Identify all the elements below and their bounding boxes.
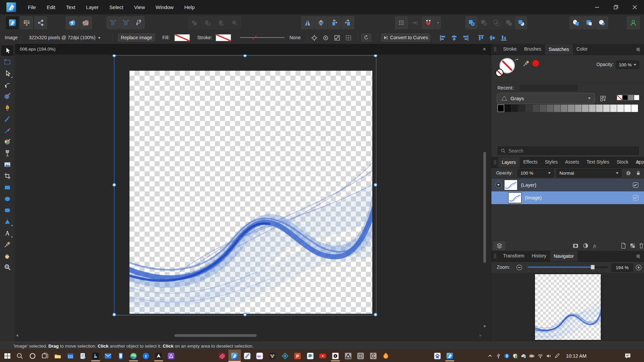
stroke-style-widget[interactable] xyxy=(240,37,284,38)
crosshair-icon[interactable] xyxy=(310,34,318,42)
expand-layer-icon[interactable] xyxy=(495,182,502,188)
gray-swatch-13[interactable] xyxy=(589,105,596,112)
onedrive-icon[interactable] xyxy=(521,353,527,359)
gray-swatch-17[interactable] xyxy=(617,105,624,112)
trash-icon[interactable] xyxy=(638,242,644,249)
cloud-disabled-button[interactable] xyxy=(79,16,92,29)
align-center-icon[interactable] xyxy=(450,34,458,42)
rounded-rectangle-tool[interactable] xyxy=(1,205,13,216)
quick-swatch-ffffff[interactable] xyxy=(634,95,639,100)
grid-snap-a-button[interactable] xyxy=(107,16,119,29)
taskbar-paypal[interactable]: PP xyxy=(306,352,314,360)
panel-menu-icon[interactable] xyxy=(635,253,641,259)
menu-file[interactable]: File xyxy=(22,0,41,14)
gray-swatch-9[interactable] xyxy=(561,105,568,112)
taskbar-calendar[interactable] xyxy=(66,352,74,360)
gray-swatch-8[interactable] xyxy=(554,105,560,112)
taskbar-recorder-app[interactable] xyxy=(331,352,339,360)
fill-gradient-tool[interactable] xyxy=(1,136,13,147)
boolean-divide-button[interactable] xyxy=(515,16,527,29)
gray-swatch-1[interactable] xyxy=(504,105,511,112)
menu-text[interactable]: Text xyxy=(61,0,81,14)
selection-handle-top-right[interactable] xyxy=(374,55,377,57)
taskbar-arc-browser[interactable] xyxy=(154,352,163,360)
taskbar-notes-app[interactable] xyxy=(79,352,87,360)
color-picker-tool[interactable] xyxy=(1,239,13,250)
taskbar-mii-app[interactable]: MII xyxy=(256,352,264,360)
selection-handle-bottom-center[interactable] xyxy=(243,313,247,316)
taskbar-clock-app[interactable] xyxy=(369,352,377,360)
taskbar-clock[interactable]: 10:12 AM xyxy=(566,350,587,362)
picked-color-swatch[interactable] xyxy=(532,60,539,67)
vector-brush-tool[interactable] xyxy=(1,125,13,136)
stroke-color-well[interactable] xyxy=(495,69,503,77)
quick-swatch-none[interactable] xyxy=(617,95,622,100)
menu-help[interactable]: Help xyxy=(179,0,200,14)
transparency-tool[interactable] xyxy=(1,148,13,159)
align-bottom-icon[interactable] xyxy=(500,34,508,42)
pencil-tool[interactable] xyxy=(1,114,13,124)
tab-assets[interactable]: Assets xyxy=(561,157,583,168)
align-middle-icon[interactable] xyxy=(488,34,496,42)
export-persona-button[interactable] xyxy=(34,16,47,29)
taskbar-task-view[interactable] xyxy=(41,352,49,360)
panel-menu-icon[interactable] xyxy=(635,47,641,52)
add-palette-icon[interactable] xyxy=(599,95,607,102)
taskbar-edge[interactable] xyxy=(129,352,138,360)
layer-row-parent[interactable]: (Layer) xyxy=(491,179,644,191)
tab-close-icon[interactable]: × xyxy=(481,44,488,54)
layer-visibility-checkbox[interactable] xyxy=(633,195,638,200)
fill-swatch[interactable] xyxy=(174,34,190,41)
boolean-add-button[interactable] xyxy=(466,16,477,29)
document-tab[interactable]: 006.eps (194.0%) xyxy=(20,44,56,54)
magnet-button[interactable] xyxy=(422,16,435,29)
new-layer-icon[interactable] xyxy=(620,242,627,249)
tab-styles[interactable]: Styles xyxy=(541,157,561,168)
taskbar-youtube[interactable] xyxy=(319,352,327,360)
close-icon[interactable] xyxy=(625,0,644,14)
pen-settings-icon[interactable] xyxy=(554,353,560,359)
boolean-xor-button[interactable] xyxy=(503,16,515,29)
menu-view[interactable]: View xyxy=(129,0,150,14)
palette-dropdown[interactable]: Grays xyxy=(497,93,595,104)
quick-swatch-808080[interactable] xyxy=(628,95,634,100)
taskbar-kindle[interactable] xyxy=(91,352,100,360)
tab-swatches[interactable]: Swatches xyxy=(545,44,573,55)
rectangle-tool[interactable] xyxy=(1,182,13,193)
align-top-icon[interactable] xyxy=(477,34,485,42)
gray-swatch-7[interactable] xyxy=(547,105,553,112)
swap-fill-stroke-icon[interactable] xyxy=(514,57,520,63)
cloud-upload-button[interactable] xyxy=(66,16,78,29)
insert-behind-button[interactable] xyxy=(570,16,582,29)
zoom-value[interactable]: 194 % xyxy=(611,263,633,272)
designer-persona-button[interactable] xyxy=(6,16,19,29)
pixel-grid-snap-button[interactable] xyxy=(395,16,408,29)
panel-menu-icon[interactable] xyxy=(635,160,641,165)
action-center-icon[interactable] xyxy=(624,352,632,360)
gray-swatch-3[interactable] xyxy=(519,105,525,112)
gray-swatch-5[interactable] xyxy=(533,105,539,112)
selection-handle-middle-left[interactable] xyxy=(112,183,116,187)
tab-history[interactable]: History xyxy=(528,251,550,261)
artboard-tool[interactable] xyxy=(1,57,13,67)
layer-thumbnail[interactable] xyxy=(504,180,518,190)
canvas[interactable] xyxy=(15,55,487,342)
defender-icon[interactable] xyxy=(512,353,518,359)
selection-handle-bottom-left[interactable] xyxy=(112,313,116,316)
move-tool[interactable] xyxy=(1,45,13,56)
layer-row-image-selected[interactable]: (Image) xyxy=(491,191,644,204)
align-left-icon[interactable] xyxy=(439,34,447,42)
gray-swatch-0[interactable] xyxy=(497,105,504,112)
volume-icon[interactable] xyxy=(546,353,552,359)
gray-swatch-6[interactable] xyxy=(540,105,546,112)
new-pixel-layer-icon[interactable] xyxy=(629,242,636,249)
taskbar-media-app[interactable] xyxy=(382,352,390,360)
maximize-icon[interactable] xyxy=(606,0,625,14)
grid-snap-b-button[interactable] xyxy=(119,16,132,29)
tab-layers[interactable]: Layers xyxy=(498,157,520,168)
minimize-icon[interactable] xyxy=(588,0,606,14)
selection-handle-top-left[interactable] xyxy=(112,55,116,57)
layer-visibility-checkbox[interactable] xyxy=(633,182,638,188)
taskbar-design-pen-app[interactable] xyxy=(243,352,251,360)
boolean-intersect-button[interactable] xyxy=(490,16,502,29)
